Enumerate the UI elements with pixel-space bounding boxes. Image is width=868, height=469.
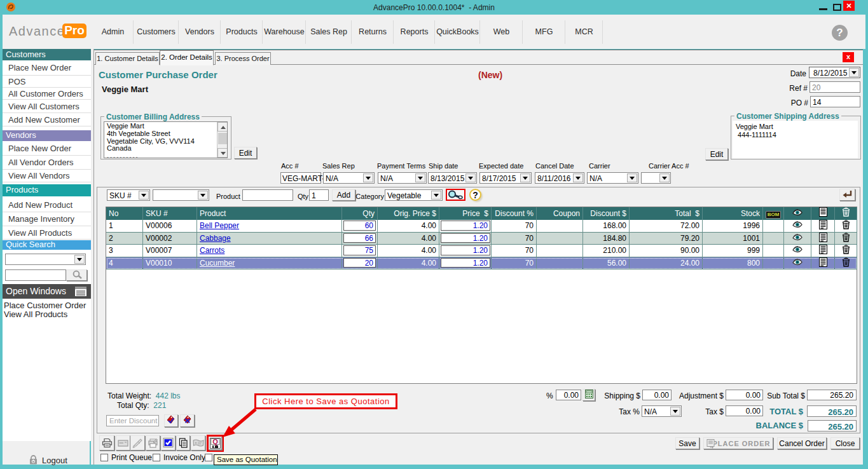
svg-text:Q: Q	[212, 438, 218, 445]
